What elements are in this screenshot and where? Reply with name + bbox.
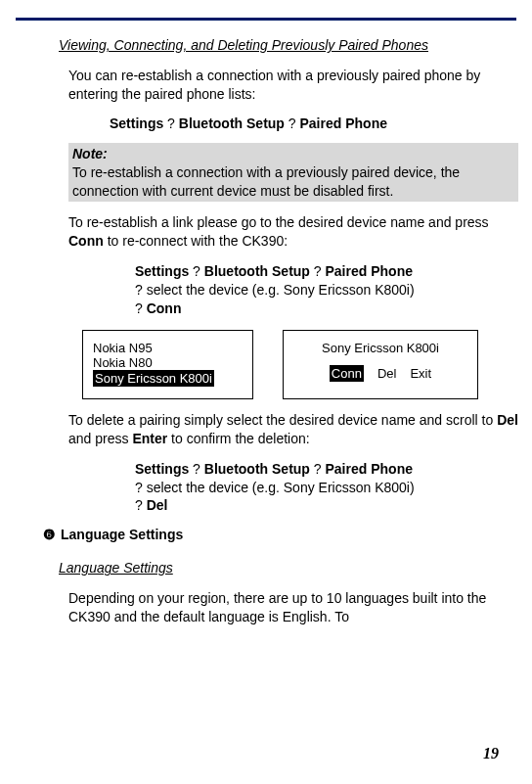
p2b: Conn — [68, 233, 104, 249]
figB-del: Del — [377, 366, 397, 381]
s2l1q2: ? — [310, 461, 326, 477]
figA-line3-selected: Sony Ericsson K800i — [93, 370, 214, 387]
nav-q1: ? — [163, 115, 179, 131]
para-intro: You can re-establish a connection with a… — [68, 67, 518, 104]
nav-q2: ? — [285, 115, 300, 131]
p3d: Enter — [132, 431, 167, 446]
heading-viewing: Viewing, Connecting, and Deleting Previo… — [59, 37, 518, 53]
s1l1b: Bluetooth Setup — [204, 263, 310, 279]
top-rule — [16, 18, 516, 21]
nav-a: Settings — [110, 115, 163, 131]
note-box: Note: To re-establish a connection with … — [68, 143, 518, 203]
para-language: Depending on your region, there are up t… — [68, 589, 518, 626]
s1l2q: ? — [135, 282, 147, 298]
s2l3q: ? — [135, 497, 147, 513]
p3b: Del — [497, 412, 518, 428]
p3e: to confirm the deletion: — [167, 431, 310, 446]
figure-device-menu: Sony Ericsson K800i Conn Del Exit — [283, 330, 478, 399]
note-title: Note: — [72, 145, 514, 163]
s1l1q1: ? — [189, 263, 204, 279]
s1l2t: select the device (e.g. Sony Ericsson K8… — [147, 282, 415, 298]
figA-line1: Nokia N95 — [93, 341, 243, 355]
note-body: To re-establish a connection with a prev… — [72, 163, 514, 201]
s1l1c: Paired Phone — [326, 263, 413, 279]
para-delete: To delete a pairing simply select the de… — [68, 411, 518, 448]
nav-c: Paired Phone — [300, 115, 387, 131]
nav-b: Bluetooth Setup — [179, 115, 285, 131]
nav-path-1: Settings ? Bluetooth Setup ? Paired Phon… — [110, 115, 518, 131]
figure-device-list: Nokia N95 Nokia N80 Sony Ericsson K800i — [82, 330, 253, 399]
steps-2: Settings ? Bluetooth Setup ? Paired Phon… — [135, 460, 518, 516]
s1l3b: Conn — [147, 300, 182, 316]
s2l1b: Bluetooth Setup — [204, 461, 310, 477]
s2l2t: select the device (e.g. Sony Ericsson K8… — [147, 480, 415, 495]
s1l1a: Settings — [135, 263, 189, 279]
section-number-icon: ❻ — [43, 527, 56, 542]
section-title-language: Language Settings — [61, 527, 518, 542]
s2l1c: Paired Phone — [326, 461, 413, 477]
s2l1q1: ? — [189, 461, 204, 477]
p2a: To re-establish a link please go to the … — [68, 214, 489, 230]
page-content: Viewing, Connecting, and Deleting Previo… — [59, 37, 518, 638]
p3c: and press — [68, 431, 132, 446]
s2l2q: ? — [135, 480, 147, 495]
s2l3b: Del — [147, 497, 168, 513]
figB-conn-selected: Conn — [330, 365, 364, 382]
s1l1q2: ? — [310, 263, 326, 279]
steps-1: Settings ? Bluetooth Setup ? Paired Phon… — [135, 262, 518, 318]
para-reestablish: To re-establish a link please go to the … — [68, 213, 518, 251]
figB-title: Sony Ericsson K800i — [293, 341, 467, 355]
figB-exit: Exit — [410, 366, 431, 381]
p3a: To delete a pairing simply select the de… — [68, 412, 497, 428]
heading-language: Language Settings — [59, 560, 518, 576]
figures-row: Nokia N95 Nokia N80 Sony Ericsson K800i … — [82, 330, 518, 399]
p2c: to re-connect with the CK390: — [104, 233, 288, 249]
s1l3q: ? — [135, 300, 147, 316]
page-number: 19 — [483, 745, 499, 762]
s2l1a: Settings — [135, 461, 189, 477]
figA-line2: Nokia N80 — [93, 355, 243, 370]
